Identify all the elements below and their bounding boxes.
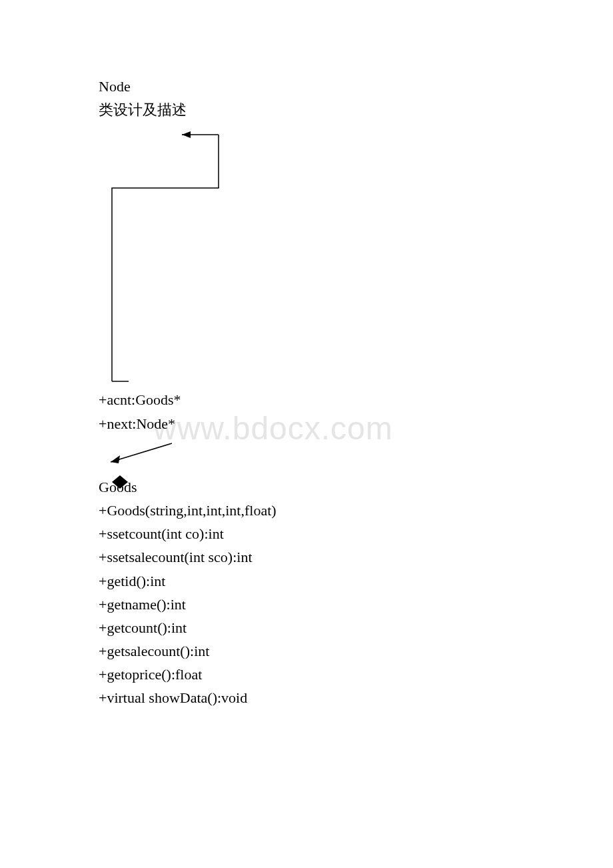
subtitle: 类设计及描述 (99, 98, 613, 121)
node-attr-next: +next:Node* (99, 412, 613, 435)
document-content: Node 类设计及描述 +acnt:Goods* +next:Node* Goo… (0, 0, 613, 710)
goods-method: +virtual showData():void (99, 686, 613, 709)
svg-marker-2 (111, 455, 120, 463)
goods-method: +getname():int (99, 593, 613, 616)
node-attr-acnt: +acnt:Goods* (99, 388, 613, 411)
goods-method: +Goods(string,int,int,int,float) (99, 499, 613, 522)
goods-method: +ssetsalecount(int sco):int (99, 545, 613, 569)
node-title: Node (99, 75, 613, 98)
diagram-connector-1 (105, 121, 613, 388)
svg-marker-0 (182, 131, 191, 138)
diagram-connector-2 (105, 435, 613, 475)
svg-marker-3 (112, 475, 128, 489)
goods-method: +getid():int (99, 569, 613, 593)
goods-method: +getcount():int (99, 616, 613, 639)
goods-method: +getoprice():float (99, 663, 613, 686)
svg-line-1 (111, 443, 172, 462)
goods-method: +getsalecount():int (99, 639, 613, 663)
goods-method: +ssetcount(int co):int (99, 522, 613, 545)
